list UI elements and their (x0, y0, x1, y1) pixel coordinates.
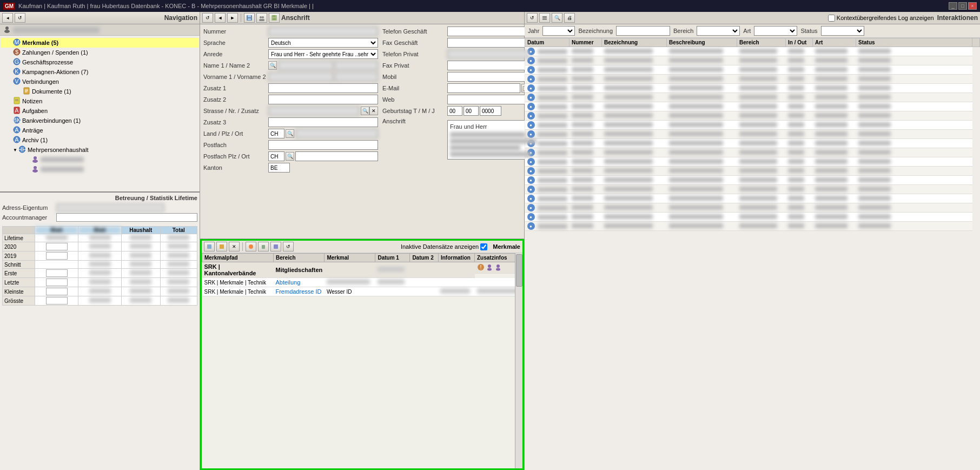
filter-status-select[interactable] (821, 26, 864, 36)
tree-item-bank[interactable]: BK Bankverbindungen (1) (1, 116, 198, 125)
land-input[interactable] (268, 129, 284, 138)
geburtstag-j[interactable] (480, 106, 501, 116)
tree-item-mehrpersonen[interactable]: ▼ HH Mehrpersonenhaushalt (1, 145, 198, 155)
inaktive-checkbox[interactable] (480, 243, 487, 250)
cell-art (813, 222, 856, 231)
minimize-button[interactable]: _ (949, 2, 957, 10)
filter-bereich-select[interactable] (697, 26, 740, 36)
sprache-select[interactable]: Deutsch (268, 38, 378, 48)
strasse-clear-btn[interactable]: ✕ (369, 107, 378, 115)
mobil-input[interactable] (447, 72, 528, 82)
tree-item-antraege[interactable]: A Anträge (1, 125, 198, 135)
name-search-btn[interactable]: 🔍 (268, 61, 277, 70)
zusatz1-input[interactable] (268, 83, 378, 93)
cell-beschreibung (667, 203, 737, 213)
th-bezeichnung[interactable]: Bezeichnung (602, 38, 667, 47)
tree-label-geschaeft: Geschäftsprozesse (22, 59, 73, 65)
email-input[interactable] (447, 83, 520, 93)
zusatz2-input[interactable] (268, 95, 378, 104)
fax-geschaeft-input[interactable] (447, 38, 528, 48)
tree-item-kampagnen[interactable]: K Kampagnen-Aktionen (7) (1, 67, 198, 77)
cell-beschreibung (667, 157, 737, 167)
filter-bezeichnung-input[interactable] (616, 26, 670, 36)
anschrift-save-btn[interactable] (244, 13, 255, 23)
val-2019-1[interactable] (46, 252, 68, 260)
anschrift-back-btn[interactable]: ◄ (215, 13, 226, 23)
anrede-select[interactable]: Frau und Herr - Sehr geehrte Frau ..sehr (268, 49, 378, 59)
merkmale-copy-btn[interactable] (258, 242, 269, 251)
kanton-input[interactable] (268, 163, 290, 173)
geburtstag-t[interactable] (447, 106, 462, 116)
tree-item-archiv[interactable]: A Archiv (1) (1, 135, 198, 145)
cell-art (813, 185, 856, 194)
accountmanager-input[interactable] (56, 213, 197, 222)
tree-item-aufgaben[interactable]: A Aufgaben (1, 106, 198, 116)
row-icon: ● (527, 75, 535, 83)
th-status[interactable]: Status (856, 38, 972, 47)
tree-item-dokumente[interactable]: Dokumente (1) (1, 87, 198, 96)
web-input[interactable] (447, 95, 528, 104)
merkmale-import-btn[interactable] (270, 242, 281, 251)
tel-geschaeft-input[interactable] (447, 27, 528, 36)
merkmale-orange-btn[interactable] (246, 242, 256, 251)
cell-status (856, 75, 972, 84)
th-art[interactable]: Art (813, 38, 856, 47)
int-list-btn[interactable] (539, 13, 550, 23)
table-row: ● (525, 56, 980, 65)
val-letzte-1[interactable] (46, 279, 68, 286)
filter-jahr-select[interactable] (542, 26, 575, 36)
int-print-btn[interactable]: 🖨 (564, 13, 575, 23)
geburtstag-m[interactable] (463, 106, 479, 116)
tree-item-notizen[interactable]: Notizen (1, 96, 198, 106)
zusatz3-input[interactable] (268, 117, 378, 127)
cell-nummer (570, 139, 602, 148)
strasse-search-btn[interactable]: 🔍 (361, 107, 369, 115)
tree-sub-person2[interactable] (1, 164, 198, 174)
tree-item-verbindungen[interactable]: V Verbindungen (1, 77, 198, 87)
fremdadresse-link[interactable]: Fremdadresse ID (275, 288, 321, 295)
filter-art-select[interactable] (754, 26, 797, 36)
tree-item-merkmale[interactable]: M Merkmale (5) (1, 38, 198, 48)
cell-beschreibung (667, 213, 737, 222)
th-nummer[interactable]: Nummer (570, 38, 602, 47)
th-inout[interactable]: In / Out (786, 38, 813, 47)
val-2020-1[interactable] (46, 243, 68, 250)
table-row: ● (525, 222, 980, 231)
maximize-button[interactable]: □ (958, 2, 967, 10)
anschrift-fwd-btn[interactable]: ► (227, 13, 238, 23)
merkmale-new-btn[interactable] (204, 242, 215, 251)
postfach-ch-input[interactable] (268, 151, 284, 161)
nav-refresh-button[interactable]: ↺ (15, 13, 25, 23)
merkmale-delete-btn[interactable]: ✕ (229, 242, 240, 251)
val-groesste-1[interactable] (46, 297, 68, 304)
postfach-ort-input[interactable] (295, 151, 378, 161)
cell-beschreibung (667, 121, 737, 130)
tree-item-geschaeft[interactable]: G Geschäftsprozesse (1, 57, 198, 67)
plz-search-btn[interactable]: 🔍 (286, 129, 294, 138)
postfach-input[interactable] (268, 140, 378, 150)
int-search-btn[interactable]: 🔍 (552, 13, 562, 23)
tree-sub-person1[interactable] (1, 155, 198, 164)
merkmale-edit-btn[interactable] (216, 242, 227, 251)
val-erste-1[interactable] (46, 269, 68, 277)
nav-back-button[interactable]: ◂ (2, 13, 13, 23)
val-kleinste-1[interactable] (46, 288, 68, 295)
anschrift-refresh-btn[interactable]: ↺ (202, 13, 213, 23)
th-beschreibung[interactable]: Beschreibung (667, 38, 737, 47)
abteilung-link[interactable]: Abteilung (275, 279, 300, 286)
person-icon (3, 25, 11, 34)
int-refresh-btn[interactable]: ↺ (527, 13, 538, 23)
svg-point-31 (34, 166, 37, 169)
anschrift-disk-btn[interactable] (269, 13, 280, 23)
tree-item-zahlungen[interactable]: $ Zahlungen / Spenden (1) (1, 48, 198, 57)
anschrift-group-btn[interactable] (256, 13, 267, 23)
cell-inout (786, 93, 813, 102)
merkmale-refresh-btn[interactable]: ↺ (283, 242, 294, 251)
table-row: ● (525, 185, 980, 194)
th-datum[interactable]: Datum (525, 38, 570, 47)
postfach-plz-search-btn[interactable]: 🔍 (286, 152, 294, 161)
close-button[interactable]: × (968, 2, 977, 10)
fax-privat-input[interactable] (447, 61, 528, 70)
th-bereich[interactable]: Bereich (737, 38, 786, 47)
log-checkbox[interactable] (828, 15, 835, 22)
